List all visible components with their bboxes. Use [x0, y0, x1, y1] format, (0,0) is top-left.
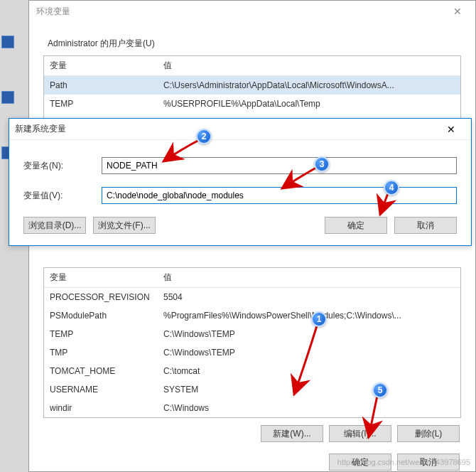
- annotation-badge-4: 4: [384, 180, 399, 195]
- new-button[interactable]: 新建(W)...: [261, 425, 323, 442]
- variable-name-label: 变量名(N):: [23, 160, 102, 172]
- annotation-badge-5: 5: [372, 382, 388, 398]
- system-vars-table: 变量 值 PROCESSOR_REVISION5504 PSModulePath…: [43, 267, 461, 418]
- ok-button[interactable]: 确定: [325, 217, 387, 234]
- close-icon[interactable]: ✕: [447, 6, 468, 17]
- dialog-title: 环境变量: [36, 6, 447, 18]
- browse-directory-button[interactable]: 浏览目录(D)...: [23, 217, 86, 234]
- table-row[interactable]: PSModulePath%ProgramFiles%\WindowsPowerS…: [44, 306, 460, 325]
- edit-button[interactable]: 编辑(I)...: [329, 425, 391, 442]
- close-icon[interactable]: ✕: [437, 124, 465, 135]
- table-row[interactable]: TEMP%USERPROFILE%\AppData\Local\Temp: [44, 95, 460, 113]
- dialog-titlebar: 环境变量 ✕: [29, 1, 475, 22]
- dialog-title: 新建系统变量: [15, 123, 437, 135]
- dialog-titlebar: 新建系统变量 ✕: [9, 119, 471, 140]
- browse-file-button[interactable]: 浏览文件(F)...: [93, 217, 156, 234]
- desktop-icon[interactable]: [1, 36, 14, 48]
- table-row[interactable]: PathC:\Users\Administrator\AppData\Local…: [44, 76, 460, 95]
- table-row[interactable]: PROCESSOR_REVISION5504: [44, 288, 460, 306]
- variable-value-label: 变量值(V):: [23, 190, 102, 202]
- table-row[interactable]: windirC:\Windows: [44, 399, 460, 417]
- col-value[interactable]: 值: [158, 268, 460, 287]
- variable-value-input[interactable]: [102, 187, 457, 204]
- annotation-badge-1: 1: [311, 311, 327, 327]
- variable-name-input[interactable]: [102, 157, 457, 174]
- cancel-button[interactable]: 取消: [394, 217, 457, 234]
- delete-button[interactable]: 删除(L): [397, 425, 460, 442]
- table-row[interactable]: USERNAMESYSTEM: [44, 380, 460, 399]
- annotation-badge-3: 3: [314, 156, 330, 172]
- new-system-variable-dialog: 新建系统变量 ✕ 变量名(N): 变量值(V): 浏览目录(D)... 浏览文件…: [9, 118, 472, 246]
- system-vars-buttons: 新建(W)... 编辑(I)... 删除(L): [43, 425, 460, 442]
- desktop-icon[interactable]: [1, 91, 14, 104]
- table-header: 变量 值: [44, 268, 460, 288]
- user-vars-label: Administrator 的用户变量(U): [48, 38, 461, 50]
- watermark-text: https://blog.csdn.net/weixin_43978695: [337, 458, 470, 466]
- col-variable[interactable]: 变量: [44, 56, 158, 75]
- table-header: 变量 值: [44, 56, 460, 76]
- table-row[interactable]: TMPC:\Windows\TEMP: [44, 343, 460, 362]
- table-row[interactable]: TEMPC:\Windows\TEMP: [44, 325, 460, 343]
- col-variable[interactable]: 变量: [44, 268, 158, 287]
- col-value[interactable]: 值: [158, 56, 460, 75]
- table-row[interactable]: TOMCAT_HOMEC:\tomcat: [44, 362, 460, 380]
- annotation-badge-2: 2: [196, 129, 212, 144]
